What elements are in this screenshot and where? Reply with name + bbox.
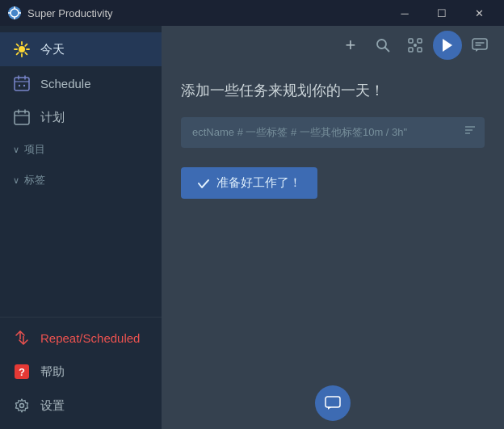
chevron-down-icon: ∨ — [13, 145, 19, 155]
svg-line-31 — [385, 48, 389, 52]
sidebar-item-schedule[interactable]: Schedule — [0, 66, 162, 100]
plan-icon — [13, 108, 31, 126]
welcome-message: 添加一些任务来规划你的一天！ — [181, 81, 485, 101]
svg-line-12 — [25, 53, 27, 54]
svg-rect-21 — [15, 111, 29, 124]
ready-button[interactable]: 准备好工作了！ — [181, 167, 317, 199]
tags-label: 标签 — [24, 173, 45, 187]
app-icon — [6, 5, 23, 21]
svg-marker-37 — [443, 39, 452, 52]
settings-label: 设置 — [40, 398, 65, 414]
maximize-button[interactable]: ☐ — [423, 0, 460, 26]
toolbar: + — [162, 26, 504, 65]
svg-rect-34 — [409, 48, 413, 52]
sidebar-item-help[interactable]: ? 帮助 — [0, 355, 162, 389]
schedule-icon — [13, 74, 31, 92]
chevron-down-icon-tags: ∨ — [13, 175, 19, 186]
app-title: Super Productivity — [27, 7, 386, 19]
svg-line-11 — [17, 44, 19, 46]
floating-action-button[interactable] — [315, 385, 351, 421]
svg-point-36 — [414, 44, 417, 47]
search-button[interactable] — [368, 31, 397, 60]
settings-icon — [13, 397, 31, 414]
svg-line-14 — [17, 53, 19, 54]
add-button[interactable]: + — [336, 31, 365, 60]
svg-rect-33 — [418, 39, 422, 43]
svg-rect-32 — [409, 39, 413, 43]
titlebar: Super Productivity ─ ☐ ✕ — [0, 0, 504, 26]
projects-label: 项目 — [24, 142, 45, 157]
close-button[interactable]: ✕ — [460, 0, 498, 26]
repeat-icon — [13, 329, 31, 347]
svg-point-29 — [20, 404, 24, 408]
sidebar-section-tags[interactable]: ∨ 标签 — [0, 165, 162, 196]
svg-point-20 — [23, 85, 25, 86]
svg-line-13 — [25, 44, 27, 46]
sidebar-item-plan[interactable]: 计划 — [0, 100, 162, 134]
main-content: + — [162, 26, 504, 429]
repeat-label: Repeat/Scheduled — [40, 331, 140, 345]
content-area: 添加一些任务来规划你的一天！ ectName # 一些标签 # 一些其他标签10… — [162, 65, 504, 429]
schedule-label: Schedule — [40, 77, 91, 90]
help-icon: ? — [13, 363, 31, 381]
today-label: 今天 — [40, 42, 65, 57]
plan-label: 计划 — [40, 110, 65, 125]
sidebar-item-settings[interactable]: 设置 — [0, 389, 162, 423]
svg-rect-44 — [326, 397, 340, 407]
sidebar: 今天 Schedule — [0, 26, 162, 429]
minimize-button[interactable]: ─ — [386, 0, 423, 26]
svg-point-6 — [19, 46, 25, 53]
app-body: 今天 Schedule — [0, 26, 504, 429]
sun-icon — [13, 40, 31, 58]
sidebar-section-projects[interactable]: ∨ 项目 — [0, 134, 162, 165]
window-controls: ─ ☐ ✕ — [386, 0, 498, 26]
sidebar-item-today[interactable]: 今天 — [0, 32, 162, 66]
sidebar-item-repeat[interactable]: Repeat/Scheduled — [0, 321, 162, 355]
play-button[interactable] — [433, 31, 462, 60]
svg-text:?: ? — [19, 366, 25, 378]
ready-button-label: 准备好工作了！ — [216, 175, 301, 191]
sidebar-bottom: Repeat/Scheduled ? 帮助 — [0, 317, 162, 423]
svg-rect-38 — [472, 39, 487, 49]
sidebar-spacer — [0, 196, 162, 317]
help-label: 帮助 — [40, 364, 65, 380]
svg-rect-35 — [418, 48, 422, 52]
svg-point-19 — [19, 85, 20, 86]
svg-rect-15 — [15, 78, 29, 90]
input-placeholder-text: ectName # 一些标签 # 一些其他标签10m / 3h" — [192, 125, 407, 140]
task-input-area[interactable]: ectName # 一些标签 # 一些其他标签10m / 3h" — [181, 117, 485, 148]
sort-icon — [464, 124, 477, 137]
floating-action-area — [315, 385, 351, 421]
focus-button[interactable] — [401, 31, 430, 60]
chat-button[interactable] — [465, 31, 494, 60]
